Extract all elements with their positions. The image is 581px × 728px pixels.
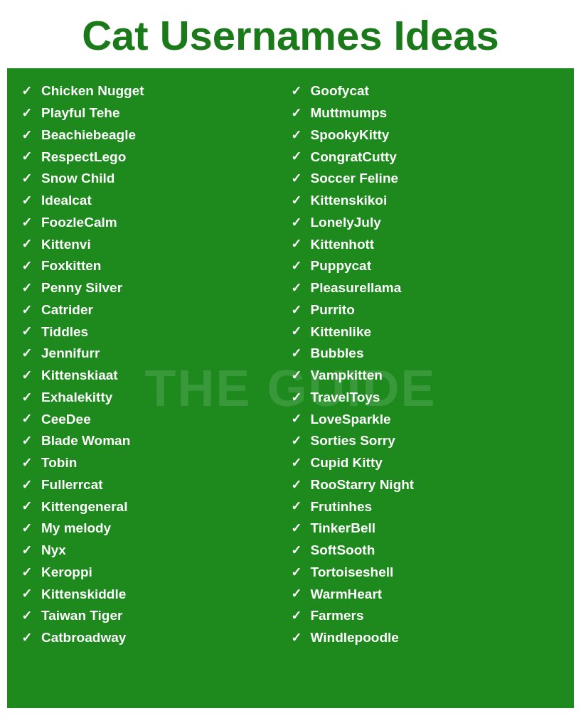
item-label: Tobin [41,454,77,471]
check-icon: ✓ [291,455,305,471]
list-item: ✓ TinkerBell [291,518,560,539]
item-label: Catrider [41,301,93,318]
check-icon: ✓ [21,564,36,580]
list-item: ✓ Farmers [291,606,560,626]
item-label: My melody [41,520,111,537]
check-icon: ✓ [21,368,36,383]
item-label: Penny Silver [41,279,122,296]
list-item: ✓ Foxkitten [21,256,291,277]
item-label: Jennifurr [41,345,100,362]
check-icon: ✓ [291,105,305,121]
check-icon: ✓ [291,564,305,580]
list-item: ✓ Tiddles [21,321,291,342]
check-icon: ✓ [291,193,305,208]
item-label: Cupid Kitty [311,454,383,471]
item-label: CeeDee [41,411,91,428]
item-label: Frutinhes [311,498,373,515]
list-item: ✓ Taiwan Tiger [21,606,291,626]
check-icon: ✓ [21,411,36,427]
check-icon: ✓ [21,323,36,339]
list-item: ✓ TravelToys [291,387,560,407]
item-label: Chicken Nugget [41,82,144,100]
list-item: ✓ LoveSparkle [291,409,560,429]
list-item: ✓ Windlepoodle [291,628,560,648]
check-icon: ✓ [21,498,36,514]
check-icon: ✓ [21,520,36,536]
list-item: ✓ Sorties Sorry [291,431,560,451]
check-icon: ✓ [21,390,36,405]
item-label: Puppycat [311,257,372,274]
item-label: Kittenskiaat [41,367,118,384]
page-wrapper: Cat Usernames Ideas THE GUIDE ✓ Chicken … [0,0,581,728]
list-item: ✓ RooStarry Night [291,474,560,495]
list-item: ✓ CeeDee [21,409,291,429]
check-icon: ✓ [21,193,36,208]
item-label: Playful Tehe [41,105,120,122]
item-label: CongratCutty [311,149,397,166]
list-item: ✓ FoozleCalm [21,212,291,232]
item-label: Kittenskiddle [41,586,126,603]
check-icon: ✓ [21,586,36,601]
check-icon: ✓ [291,258,305,274]
item-label: SoftSooth [311,542,375,559]
content-section: THE GUIDE ✓ Chicken Nugget ✓ Playful Teh… [7,68,574,708]
check-icon: ✓ [21,608,36,623]
item-label: Keroppi [41,564,92,581]
check-icon: ✓ [21,346,36,361]
list-item: ✓ Jennifurr [21,343,291,364]
item-label: Nyx [41,542,66,559]
item-label: Soccer Feline [311,170,399,187]
check-icon: ✓ [291,411,305,427]
item-label: Exhalekitty [41,389,112,406]
list-item: ✓ Tobin [21,453,291,473]
list-item: ✓ SpookyKitty [291,124,560,145]
columns-wrapper: ✓ Chicken Nugget ✓ Playful Tehe ✓ Beachi… [21,81,560,648]
check-icon: ✓ [291,323,305,339]
list-item: ✓ My melody [21,518,291,539]
check-icon: ✓ [21,127,36,143]
check-icon: ✓ [21,258,36,274]
check-icon: ✓ [291,542,305,558]
check-icon: ✓ [291,83,305,99]
list-item: ✓ Kittenvi [21,234,291,255]
list-item: ✓ Exhalekitty [21,387,291,407]
list-item: ✓ Soccer Feline [291,168,560,189]
check-icon: ✓ [21,455,36,471]
check-icon: ✓ [291,433,305,449]
item-label: Kittenskikoi [311,192,388,209]
list-item: ✓ Kittengeneral [21,496,291,517]
list-item: ✓ Vampkitten [291,365,560,386]
check-icon: ✓ [291,498,305,514]
item-label: Kittenvi [41,236,91,253]
item-label: Pleasurellama [311,279,402,296]
check-icon: ✓ [291,608,305,623]
check-icon: ✓ [291,215,305,230]
list-item: ✓ Fullerrcat [21,474,291,495]
item-label: LoveSparkle [311,411,391,428]
item-label: FoozleCalm [41,214,117,231]
list-item: ✓ Pleasurellama [291,278,560,299]
item-label: RespectLego [41,149,126,166]
item-label: Sorties Sorry [311,432,395,449]
item-label: TravelToys [311,389,380,406]
check-icon: ✓ [291,171,305,186]
list-item: ✓ Kittenskiddle [21,584,291,604]
item-label: Snow Child [41,170,114,187]
item-label: Beachiebeagle [41,127,136,144]
item-label: Blade Woman [41,432,130,449]
check-icon: ✓ [291,630,305,646]
item-label: Kittenlike [311,323,372,341]
check-icon: ✓ [21,630,36,646]
item-label: Bubbles [311,345,364,362]
item-label: WarmHeart [311,586,383,603]
list-item: ✓ Catbroadway [21,628,291,648]
left-column: ✓ Chicken Nugget ✓ Playful Tehe ✓ Beachi… [21,81,291,648]
item-label: Tiddles [41,323,88,341]
item-label: Vampkitten [311,367,383,384]
check-icon: ✓ [291,390,305,405]
list-item: ✓ Frutinhes [291,496,560,517]
list-item: ✓ Playful Tehe [21,103,291,124]
item-label: RooStarry Night [311,476,415,493]
check-icon: ✓ [291,477,305,493]
check-icon: ✓ [21,302,36,318]
